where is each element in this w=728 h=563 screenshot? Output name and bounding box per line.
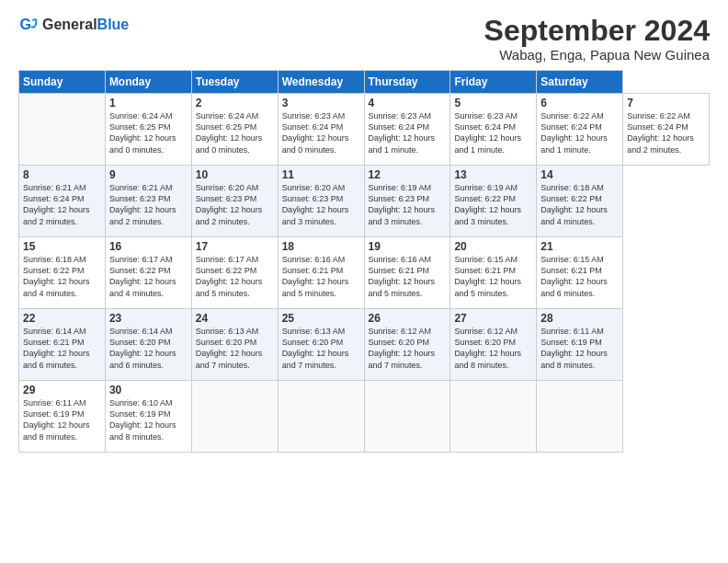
day-info: Sunrise: 6:13 AM Sunset: 6:20 PM Dayligh… [282,326,360,371]
calendar-cell: 13 Sunrise: 6:19 AM Sunset: 6:22 PM Dayl… [450,166,537,237]
day-number: 17 [196,240,274,253]
day-info: Sunrise: 6:16 AM Sunset: 6:21 PM Dayligh… [369,254,447,299]
day-number: 14 [540,168,619,181]
calendar-header-row: Sunday Monday Tuesday Wednesday Thursday… [19,71,710,94]
month-title: September 2024 [484,15,710,47]
day-info: Sunrise: 6:23 AM Sunset: 6:24 PM Dayligh… [282,110,360,155]
day-number: 9 [109,168,188,181]
logo-general: General [42,17,97,32]
day-number: 2 [196,97,274,109]
calendar-cell [278,381,364,453]
calendar-cell: 7 Sunrise: 6:22 AM Sunset: 6:24 PM Dayli… [623,94,710,166]
day-info: Sunrise: 6:12 AM Sunset: 6:20 PM Dayligh… [454,326,532,371]
calendar-cell: 12 Sunrise: 6:19 AM Sunset: 6:23 PM Dayl… [364,166,450,237]
day-number: 8 [23,168,101,181]
location: Wabag, Enga, Papua New Guinea [484,47,710,63]
calendar-cell: 27 Sunrise: 6:12 AM Sunset: 6:20 PM Dayl… [450,309,537,381]
day-number: 24 [196,312,274,325]
day-number: 5 [454,97,532,109]
day-info: Sunrise: 6:23 AM Sunset: 6:24 PM Dayligh… [369,110,447,155]
day-number: 16 [109,240,188,253]
logo: G GeneralBlue [18,15,129,35]
day-info: Sunrise: 6:13 AM Sunset: 6:20 PM Dayligh… [196,326,274,371]
calendar-cell: 28 Sunrise: 6:11 AM Sunset: 6:19 PM Dayl… [537,309,623,381]
calendar-cell: 10 Sunrise: 6:20 AM Sunset: 6:23 PM Dayl… [191,166,278,237]
day-number: 11 [282,168,360,181]
col-saturday: Saturday [537,71,623,94]
day-number: 7 [627,97,705,109]
calendar-cell: 11 Sunrise: 6:20 AM Sunset: 6:23 PM Dayl… [278,166,364,237]
day-number: 20 [454,240,532,253]
calendar-cell [537,381,623,453]
calendar-cell: 29 Sunrise: 6:11 AM Sunset: 6:19 PM Dayl… [19,381,106,453]
day-info: Sunrise: 6:14 AM Sunset: 6:21 PM Dayligh… [23,326,101,371]
day-number: 19 [369,240,447,253]
calendar-cell [450,381,537,453]
day-number: 12 [369,168,447,181]
day-info: Sunrise: 6:21 AM Sunset: 6:23 PM Dayligh… [109,182,188,227]
day-info: Sunrise: 6:19 AM Sunset: 6:23 PM Dayligh… [369,182,447,227]
week-row-4: 22 Sunrise: 6:14 AM Sunset: 6:21 PM Dayl… [19,309,710,381]
svg-text:G: G [19,16,31,32]
day-info: Sunrise: 6:20 AM Sunset: 6:23 PM Dayligh… [282,182,360,227]
day-info: Sunrise: 6:21 AM Sunset: 6:24 PM Dayligh… [23,182,101,227]
col-wednesday: Wednesday [278,71,364,94]
logo-icon: G [18,15,39,35]
day-number: 18 [282,240,360,253]
day-number: 30 [109,384,188,396]
day-number: 26 [369,312,447,325]
day-info: Sunrise: 6:17 AM Sunset: 6:22 PM Dayligh… [196,254,274,299]
day-number: 6 [540,97,619,109]
calendar-cell [364,381,450,453]
col-monday: Monday [105,71,191,94]
day-info: Sunrise: 6:18 AM Sunset: 6:22 PM Dayligh… [540,182,619,227]
col-sunday: Sunday [19,71,106,94]
day-number: 25 [282,312,360,325]
day-number: 27 [454,312,532,325]
day-info: Sunrise: 6:19 AM Sunset: 6:22 PM Dayligh… [454,182,532,227]
calendar-cell [191,381,278,453]
day-info: Sunrise: 6:23 AM Sunset: 6:24 PM Dayligh… [454,110,532,155]
calendar-cell: 15 Sunrise: 6:18 AM Sunset: 6:22 PM Dayl… [19,237,106,309]
col-thursday: Thursday [364,71,450,94]
day-info: Sunrise: 6:10 AM Sunset: 6:19 PM Dayligh… [109,397,188,442]
day-number: 3 [282,97,360,109]
day-number: 1 [109,97,188,109]
calendar-cell [19,94,106,166]
day-info: Sunrise: 6:18 AM Sunset: 6:22 PM Dayligh… [23,254,101,299]
calendar-cell: 19 Sunrise: 6:16 AM Sunset: 6:21 PM Dayl… [364,237,450,309]
calendar-cell: 2 Sunrise: 6:24 AM Sunset: 6:25 PM Dayli… [191,94,278,166]
calendar-cell: 8 Sunrise: 6:21 AM Sunset: 6:24 PM Dayli… [19,166,106,237]
day-info: Sunrise: 6:15 AM Sunset: 6:21 PM Dayligh… [454,254,532,299]
logo-text: GeneralBlue [42,17,129,33]
day-info: Sunrise: 6:14 AM Sunset: 6:20 PM Dayligh… [109,326,188,371]
calendar-cell: 1 Sunrise: 6:24 AM Sunset: 6:25 PM Dayli… [105,94,191,166]
col-tuesday: Tuesday [191,71,278,94]
day-info: Sunrise: 6:16 AM Sunset: 6:21 PM Dayligh… [282,254,360,299]
calendar-cell: 24 Sunrise: 6:13 AM Sunset: 6:20 PM Dayl… [191,309,278,381]
day-number: 29 [23,384,101,396]
day-info: Sunrise: 6:24 AM Sunset: 6:25 PM Dayligh… [196,110,274,155]
calendar-cell: 26 Sunrise: 6:12 AM Sunset: 6:20 PM Dayl… [364,309,450,381]
calendar-cell: 23 Sunrise: 6:14 AM Sunset: 6:20 PM Dayl… [105,309,191,381]
day-info: Sunrise: 6:22 AM Sunset: 6:24 PM Dayligh… [540,110,619,155]
calendar-cell: 5 Sunrise: 6:23 AM Sunset: 6:24 PM Dayli… [450,94,537,166]
day-number: 22 [23,312,101,325]
week-row-2: 8 Sunrise: 6:21 AM Sunset: 6:24 PM Dayli… [19,166,710,237]
day-info: Sunrise: 6:12 AM Sunset: 6:20 PM Dayligh… [369,326,447,371]
day-number: 10 [196,168,274,181]
calendar-cell: 17 Sunrise: 6:17 AM Sunset: 6:22 PM Dayl… [191,237,278,309]
day-info: Sunrise: 6:22 AM Sunset: 6:24 PM Dayligh… [627,110,705,155]
calendar-table: Sunday Monday Tuesday Wednesday Thursday… [18,70,710,453]
week-row-1: 1 Sunrise: 6:24 AM Sunset: 6:25 PM Dayli… [19,94,710,166]
day-number: 13 [454,168,532,181]
logo-blue: Blue [97,17,130,32]
calendar-cell: 16 Sunrise: 6:17 AM Sunset: 6:22 PM Dayl… [105,237,191,309]
calendar-cell: 4 Sunrise: 6:23 AM Sunset: 6:24 PM Dayli… [364,94,450,166]
title-block: September 2024 Wabag, Enga, Papua New Gu… [484,15,710,63]
calendar-cell: 22 Sunrise: 6:14 AM Sunset: 6:21 PM Dayl… [19,309,106,381]
calendar-cell: 20 Sunrise: 6:15 AM Sunset: 6:21 PM Dayl… [450,237,537,309]
calendar-cell: 14 Sunrise: 6:18 AM Sunset: 6:22 PM Dayl… [537,166,623,237]
calendar-cell: 9 Sunrise: 6:21 AM Sunset: 6:23 PM Dayli… [105,166,191,237]
day-info: Sunrise: 6:11 AM Sunset: 6:19 PM Dayligh… [23,397,101,442]
